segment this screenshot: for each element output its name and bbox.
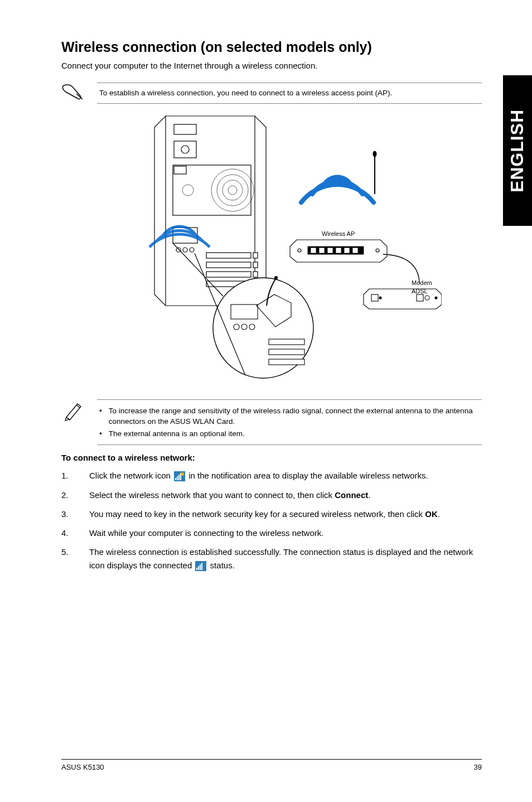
svg-rect-34	[269, 359, 304, 365]
svg-rect-21	[253, 253, 258, 258]
svg-point-36	[373, 151, 376, 157]
adsl-label: ADSL	[412, 288, 428, 294]
svg-rect-32	[269, 339, 304, 345]
svg-rect-17	[206, 253, 251, 258]
connection-diagram: Wireless AP Modem ADSL	[101, 110, 442, 384]
svg-rect-40	[327, 248, 333, 253]
footer-product: ASUS K5130	[61, 763, 104, 771]
svg-rect-12	[174, 166, 186, 174]
svg-rect-4	[174, 141, 196, 158]
step-2: 2. Select the wireless network that you …	[61, 489, 482, 501]
network-connected-icon	[195, 561, 206, 571]
step-4: 4. Wait while your computer is connectin…	[61, 526, 482, 539]
svg-rect-19	[206, 272, 251, 277]
svg-point-50	[435, 297, 437, 299]
note-text: To establish a wireless connection, you …	[97, 83, 482, 104]
svg-rect-41	[336, 248, 341, 253]
svg-rect-23	[253, 272, 258, 277]
note-establish-connection: To establish a wireless connection, you …	[61, 83, 482, 104]
svg-rect-3	[174, 124, 196, 134]
modem-label: Modem	[412, 279, 432, 286]
svg-rect-22	[253, 262, 258, 268]
note2-item-2: The external antenna is an optional item…	[109, 428, 245, 439]
svg-rect-43	[352, 248, 358, 253]
svg-rect-33	[269, 349, 304, 355]
wireless-ap-label: Wireless AP	[322, 230, 355, 237]
footer-page: 39	[474, 763, 482, 771]
language-tab-label: ENGLISH	[507, 109, 528, 192]
step-5: 5. The wireless connection is establishe…	[61, 545, 482, 572]
step-3: 3. You may need to key in the network se…	[61, 508, 482, 520]
page-footer: ASUS K5130 39	[61, 759, 482, 771]
language-tab: ENGLISH	[503, 75, 532, 226]
network-available-icon	[174, 471, 185, 481]
step-1: 1. Click the network icon in the notific…	[61, 469, 482, 482]
svg-rect-28	[231, 305, 258, 319]
svg-point-47	[379, 297, 381, 299]
svg-rect-39	[319, 248, 325, 253]
svg-point-35	[274, 276, 278, 279]
intro-text: Connect your computer to the Internet th…	[61, 61, 482, 70]
svg-rect-42	[344, 248, 350, 253]
note-antenna: To increase the range and sensitivity of…	[61, 399, 482, 446]
steps-heading: To connect to a wireless network:	[61, 453, 482, 462]
pencil-icon	[61, 399, 87, 422]
page-title: Wireless connection (on selected models …	[61, 39, 482, 55]
steps-list: 1. Click the network icon in the notific…	[61, 469, 482, 572]
note2-item-1: To increase the range and sensitivity of…	[109, 405, 480, 427]
hand-pointer-icon	[61, 83, 87, 103]
svg-rect-18	[206, 262, 251, 268]
svg-rect-38	[311, 248, 316, 253]
